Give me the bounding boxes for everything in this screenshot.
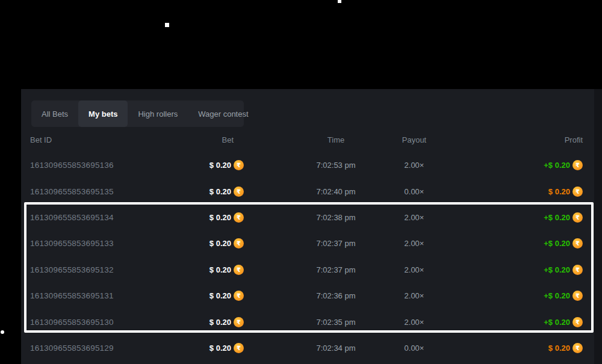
bet-id: 161309655853695136 xyxy=(30,161,202,170)
bet-amount: $ 0.20₹ xyxy=(209,238,244,248)
header-profit: Profit xyxy=(453,135,583,144)
bet-time: 7:02:38 pm xyxy=(297,213,375,222)
tab-wager-contest[interactable]: Wager contest xyxy=(188,100,258,127)
screen-artifact-dot xyxy=(165,23,169,27)
bet-profit: +$ 0.20₹ xyxy=(544,265,583,275)
rupee-coin-icon: ₹ xyxy=(234,343,244,353)
bet-id: 161309655853695129 xyxy=(30,344,202,353)
bets-tabbar: All Bets My bets High rollers Wager cont… xyxy=(31,100,244,127)
table-row[interactable]: 161309655853695129 $ 0.20₹ 7:02:34 pm 0.… xyxy=(21,335,602,361)
bet-payout: 2.00× xyxy=(375,213,453,222)
bet-profit: +$ 0.20₹ xyxy=(544,238,583,248)
bets-history-panel: All Bets My bets High rollers Wager cont… xyxy=(21,89,602,364)
bet-time: 7:02:35 pm xyxy=(297,318,375,327)
bet-time: 7:02:34 pm xyxy=(297,344,375,353)
rupee-coin-icon: ₹ xyxy=(234,187,244,197)
rupee-coin-icon: ₹ xyxy=(573,317,583,327)
screen-artifact-dot-left xyxy=(1,330,4,334)
rupee-coin-icon: ₹ xyxy=(573,187,583,197)
rupee-coin-icon: ₹ xyxy=(573,291,583,301)
bet-amount: $ 0.20₹ xyxy=(209,187,244,197)
bet-time: 7:02:53 pm xyxy=(297,161,375,170)
bet-payout: 2.00× xyxy=(375,161,453,170)
table-row[interactable]: 161309655853695134 $ 0.20₹ 7:02:38 pm 2.… xyxy=(21,205,602,230)
table-body: 161309655853695136 $ 0.20₹ 7:02:53 pm 2.… xyxy=(21,152,602,361)
bet-id: 161309655853695132 xyxy=(30,265,202,274)
header-bet: Bet xyxy=(202,135,244,144)
bet-time: 7:02:37 pm xyxy=(297,239,375,248)
tab-high-rollers[interactable]: High rollers xyxy=(128,100,188,127)
bet-profit: $ 0.20₹ xyxy=(548,343,583,353)
bet-time: 7:02:40 pm xyxy=(297,187,375,196)
bet-amount: $ 0.20₹ xyxy=(209,343,244,353)
tab-all-bets[interactable]: All Bets xyxy=(31,100,78,127)
bet-profit: +$ 0.20₹ xyxy=(544,212,583,223)
bet-time: 7:02:36 pm xyxy=(297,291,375,300)
screen-artifact-top xyxy=(338,0,341,3)
bet-payout: 2.00× xyxy=(375,239,453,248)
rupee-coin-icon: ₹ xyxy=(234,317,244,327)
header-time: Time xyxy=(297,135,375,144)
bet-amount: $ 0.20₹ xyxy=(209,291,244,301)
bet-payout: 0.00× xyxy=(375,344,453,353)
bet-id: 161309655853695133 xyxy=(30,239,202,248)
rupee-coin-icon: ₹ xyxy=(234,238,244,248)
bet-profit: +$ 0.20₹ xyxy=(544,160,583,170)
bet-amount: $ 0.20₹ xyxy=(209,265,244,275)
rupee-coin-icon: ₹ xyxy=(234,291,244,301)
table-row[interactable]: 161309655853695133 $ 0.20₹ 7:02:37 pm 2.… xyxy=(21,230,602,256)
bet-profit: +$ 0.20₹ xyxy=(544,317,583,327)
tab-my-bets[interactable]: My bets xyxy=(78,100,128,127)
bet-id: 161309655853695130 xyxy=(30,318,202,327)
bet-id: 161309655853695135 xyxy=(30,187,202,196)
table-row[interactable]: 161309655853695131 $ 0.20₹ 7:02:36 pm 2.… xyxy=(21,283,602,309)
header-payout: Payout xyxy=(375,135,453,144)
table-header-row: Bet ID Bet Time Payout Profit xyxy=(21,127,602,152)
rupee-coin-icon: ₹ xyxy=(234,212,244,223)
bet-amount: $ 0.20₹ xyxy=(209,317,244,327)
bet-id: 161309655853695134 xyxy=(30,213,202,222)
rupee-coin-icon: ₹ xyxy=(234,265,244,275)
rupee-coin-icon: ₹ xyxy=(234,160,244,170)
bet-id: 161309655853695131 xyxy=(30,291,202,300)
rupee-coin-icon: ₹ xyxy=(573,343,583,353)
bet-time: 7:02:37 pm xyxy=(297,265,375,274)
rupee-coin-icon: ₹ xyxy=(573,238,583,248)
table-row[interactable]: 161309655853695136 $ 0.20₹ 7:02:53 pm 2.… xyxy=(21,152,602,178)
table-row[interactable]: 161309655853695132 $ 0.20₹ 7:02:37 pm 2.… xyxy=(21,257,602,283)
rupee-coin-icon: ₹ xyxy=(573,265,583,275)
bet-payout: 2.00× xyxy=(375,291,453,300)
bet-payout: 2.00× xyxy=(375,265,453,274)
bet-amount: $ 0.20₹ xyxy=(209,160,244,170)
bet-payout: 0.00× xyxy=(375,187,453,196)
table-row[interactable]: 161309655853695130 $ 0.20₹ 7:02:35 pm 2.… xyxy=(21,309,602,335)
bet-profit: $ 0.20₹ xyxy=(548,187,583,197)
bet-amount: $ 0.20₹ xyxy=(209,212,244,223)
bet-payout: 2.00× xyxy=(375,318,453,327)
table-row[interactable]: 161309655853695135 $ 0.20₹ 7:02:40 pm 0.… xyxy=(21,178,602,204)
bet-profit: +$ 0.20₹ xyxy=(544,291,583,301)
header-bet-id: Bet ID xyxy=(30,135,202,144)
rupee-coin-icon: ₹ xyxy=(573,160,583,170)
rupee-coin-icon: ₹ xyxy=(573,212,583,223)
